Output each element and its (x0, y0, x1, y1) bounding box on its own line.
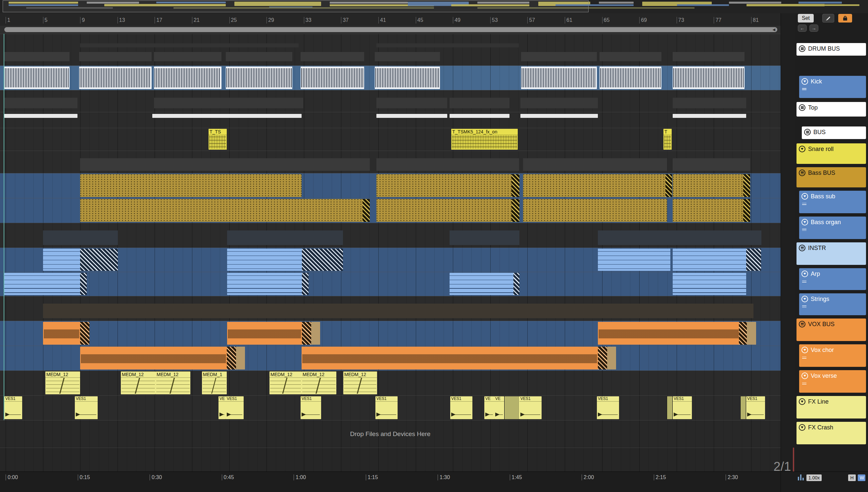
audio-clip[interactable]: VES1 (375, 396, 398, 419)
track-fold-icon[interactable] (801, 193, 808, 200)
clip-fade[interactable] (80, 249, 118, 271)
group-fold-icon[interactable] (799, 245, 805, 251)
audio-clip[interactable] (227, 322, 302, 345)
track-header-instr[interactable]: INSTR (796, 242, 866, 265)
midi-clip[interactable] (598, 249, 670, 271)
audio-clip[interactable] (302, 347, 598, 369)
clip-fade[interactable] (80, 322, 90, 345)
track-header-bass-bus[interactable]: Bass BUS (796, 167, 866, 188)
arrangement-overview[interactable] (0, 0, 868, 14)
midi-clip[interactable] (376, 174, 519, 197)
track-lane-arp[interactable] (0, 248, 780, 272)
clip-fade[interactable] (743, 199, 750, 222)
track-lane-drum-bus-summary[interactable] (0, 34, 780, 66)
track-lane-bass-sub[interactable] (0, 173, 780, 198)
track-fold-icon[interactable] (801, 372, 808, 379)
track-header-vox-verse[interactable]: Vox verse (799, 370, 866, 393)
audio-clip[interactable]: MEDM_1 (202, 371, 227, 394)
track-lane-vox-chor[interactable] (0, 321, 780, 346)
audio-clip[interactable]: VES1 (597, 396, 619, 419)
midi-clip[interactable] (673, 174, 750, 197)
scroll-arrow-icon[interactable]: ◀ (773, 27, 775, 32)
audio-clip[interactable] (598, 322, 745, 345)
meter-icon[interactable] (798, 474, 804, 481)
time-ruler[interactable]: 0:000:150:300:451:001:151:301:452:002:15… (0, 471, 780, 492)
audio-clip[interactable] (599, 67, 662, 89)
track-header-vox-bus[interactable]: VOX BUS (796, 319, 866, 341)
track-header-snare-roll[interactable]: Snare roll (796, 143, 866, 164)
audio-clip[interactable] (79, 67, 152, 89)
audio-clip[interactable] (43, 322, 80, 345)
width-zoom-button[interactable]: W (858, 474, 865, 481)
track-header-fx-line[interactable]: FX Line (796, 396, 866, 418)
audio-clip[interactable] (607, 347, 616, 369)
zoom-level-button[interactable]: 1.00x (807, 474, 822, 481)
audio-clip[interactable] (667, 396, 672, 419)
track-header-fx-crash[interactable]: FX Crash (796, 422, 866, 444)
audio-clip[interactable] (311, 322, 320, 345)
midi-clip[interactable] (43, 249, 80, 271)
track-header-kick[interactable]: Kick (799, 76, 866, 98)
audio-clip[interactable] (80, 347, 227, 369)
track-fold-icon[interactable] (801, 78, 808, 85)
forward-button[interactable]: → (810, 25, 818, 32)
clip-fade[interactable] (302, 273, 308, 295)
clip-fade[interactable] (514, 273, 519, 295)
track-lane-top[interactable] (0, 90, 780, 112)
audio-clip[interactable] (152, 114, 302, 118)
track-lane-snare-roll[interactable]: T_TST_TSMK5_124_fx_onT (0, 128, 780, 151)
track-fold-icon[interactable] (799, 398, 805, 405)
track-fold-icon[interactable] (801, 347, 808, 353)
clip-fade[interactable] (665, 174, 672, 197)
audio-clip[interactable]: VES1 (301, 396, 321, 419)
track-header-vox-chor[interactable]: Vox chor (799, 344, 866, 367)
audio-clip[interactable]: VE (219, 396, 226, 419)
height-zoom-button[interactable]: H (848, 474, 856, 481)
track-lane-bus[interactable] (0, 112, 780, 128)
track-fold-icon[interactable] (801, 219, 808, 225)
midi-clip[interactable] (227, 273, 302, 295)
track-header-bus[interactable]: BUS (802, 126, 866, 139)
group-fold-icon[interactable] (799, 45, 805, 52)
audio-clip[interactable] (4, 67, 70, 89)
audio-clip[interactable]: VES1 (519, 396, 542, 419)
audio-clip[interactable] (450, 114, 510, 118)
midi-clip[interactable] (80, 199, 370, 222)
beat-time-ruler[interactable]: 159131721252933374145495357616569737781 (0, 13, 780, 26)
audio-clip[interactable]: VES1 (75, 396, 98, 419)
group-fold-icon[interactable] (799, 321, 805, 327)
scroll-zoom-strip[interactable]: ◀ (0, 26, 780, 34)
audio-clip[interactable]: MEDM_12 (121, 371, 155, 394)
clip-fade[interactable] (739, 322, 747, 345)
audio-clip[interactable] (520, 114, 598, 118)
track-lane-fx-line[interactable]: MEDM_12MEDM_12MEDM_12MEDM_1MEDM_12MEDM_1… (0, 370, 780, 395)
audio-clip[interactable] (4, 114, 77, 118)
track-header-bass-organ[interactable]: Bass organ (799, 217, 866, 239)
audio-clip[interactable]: VES1 (746, 396, 765, 419)
midi-clip[interactable] (80, 174, 302, 197)
track-header-arp[interactable]: Arp (799, 268, 866, 290)
pane-divider[interactable]: 2/1 (780, 13, 795, 492)
overview-view-region[interactable] (3, 0, 589, 12)
clip-fade[interactable] (227, 347, 236, 369)
midi-clip[interactable] (450, 273, 519, 295)
track-lane-drop-zone[interactable]: Drop Files and Devices Here (0, 420, 780, 448)
track-header-bass-sub[interactable]: Bass sub (799, 191, 866, 213)
clip-fade[interactable] (598, 347, 607, 369)
audio-clip[interactable]: MEDM_12 (45, 371, 80, 394)
track-lane-main[interactable] (0, 448, 780, 471)
clip-fade[interactable] (363, 199, 370, 222)
audio-clip[interactable]: VE (484, 396, 494, 419)
clip-fade[interactable] (746, 249, 761, 271)
audio-clip[interactable]: MEDM_12 (343, 371, 377, 394)
midi-clip[interactable] (673, 249, 746, 271)
audio-clip[interactable] (747, 322, 756, 345)
audio-clip[interactable]: MEDM_12 (302, 371, 336, 394)
track-lane-bass-bus[interactable] (0, 151, 780, 173)
lock-button[interactable] (838, 14, 852, 23)
midi-clip[interactable] (673, 273, 746, 295)
track-fold-icon[interactable] (799, 424, 805, 431)
midi-clip[interactable] (4, 273, 80, 295)
track-fold-icon[interactable] (801, 271, 808, 277)
clip-fade[interactable] (80, 273, 87, 295)
